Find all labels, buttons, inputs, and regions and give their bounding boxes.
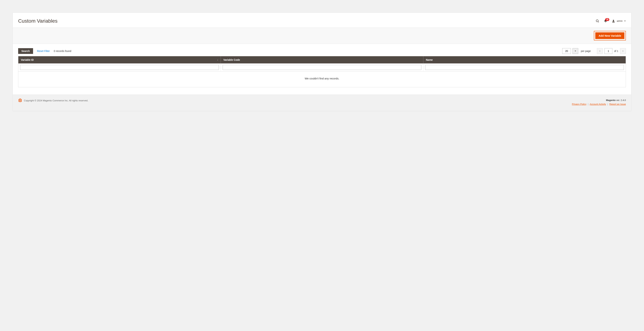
action-bar: Add New Variable xyxy=(13,28,631,44)
per-page-dropdown[interactable] xyxy=(572,48,578,54)
per-page-input[interactable] xyxy=(562,48,571,54)
filter-input-variable-id[interactable] xyxy=(20,65,219,70)
column-header-name[interactable]: Name xyxy=(423,56,626,64)
data-grid: Variable ID ↓ Variable Code Name xyxy=(18,56,626,87)
filter-cell-variable-code xyxy=(221,64,423,71)
grid-header-row: Variable ID ↓ Variable Code Name xyxy=(18,56,626,64)
spacer xyxy=(13,87,631,94)
column-variable-id: Variable ID ↓ xyxy=(18,56,221,64)
column-variable-code: Variable Code xyxy=(221,56,423,64)
per-page-group: per page xyxy=(562,48,591,54)
grid-controls: Search Reset Filter 0 records found per … xyxy=(13,44,631,56)
separator: | xyxy=(607,103,608,106)
page-number-input[interactable] xyxy=(604,48,612,54)
controls-left: Search Reset Filter 0 records found xyxy=(18,48,71,54)
pager-next-button[interactable] xyxy=(620,48,626,54)
chevron-down-icon xyxy=(574,50,576,52)
notification-badge: 39 xyxy=(605,18,609,21)
highlight-box: Add New Variable xyxy=(594,31,626,40)
column-header-variable-code[interactable]: Variable Code xyxy=(221,56,423,64)
pager-prev-button[interactable] xyxy=(597,48,603,54)
user-icon xyxy=(612,19,615,23)
svg-point-2 xyxy=(613,20,614,21)
svg-line-1 xyxy=(598,22,599,22)
add-new-variable-button[interactable]: Add New Variable xyxy=(595,32,624,39)
separator: | xyxy=(588,103,588,106)
user-label: admin xyxy=(617,20,622,22)
filter-input-variable-code[interactable] xyxy=(223,65,421,70)
header-tools: 39 admin xyxy=(596,19,626,23)
footer-links: Privacy Policy | Account Activity | Repo… xyxy=(572,102,626,106)
version-line: Magento ver. 2.4.0 xyxy=(572,98,626,102)
page-wrapper: Custom Variables 39 adm xyxy=(0,0,644,124)
svg-point-0 xyxy=(596,20,598,22)
page-of-label: of 1 xyxy=(614,50,618,52)
column-label: Variable Code xyxy=(223,58,240,61)
grid-filter-row xyxy=(18,64,626,72)
account-activity-link[interactable]: Account Activity xyxy=(590,103,606,106)
chevron-left-icon xyxy=(599,50,601,52)
notifications-button[interactable]: 39 xyxy=(604,19,607,23)
controls-right: per page of 1 xyxy=(562,48,626,54)
version-label: ver. 2.4.0 xyxy=(616,99,626,102)
report-issue-link[interactable]: Report an Issue xyxy=(609,103,626,106)
search-grid-button[interactable]: Search xyxy=(18,48,33,54)
privacy-policy-link[interactable]: Privacy Policy xyxy=(572,103,586,106)
filter-input-name[interactable] xyxy=(425,65,624,70)
pager: of 1 xyxy=(597,48,626,54)
main-panel: Custom Variables 39 adm xyxy=(12,12,632,111)
column-label: Name xyxy=(426,58,433,61)
grid-empty-message: We couldn't find any records. xyxy=(18,72,626,87)
search-button[interactable] xyxy=(596,19,600,23)
column-name: Name xyxy=(423,56,626,64)
user-menu[interactable]: admin xyxy=(612,19,626,23)
search-icon xyxy=(596,19,600,23)
page-header: Custom Variables 39 adm xyxy=(13,13,631,28)
copyright-text: Copyright © 2024 Magento Commerce Inc. A… xyxy=(24,99,88,102)
chevron-down-icon xyxy=(624,20,626,22)
records-found-text: 0 records found xyxy=(54,50,71,52)
filter-cell-name xyxy=(423,64,626,71)
sort-descending-icon: ↓ xyxy=(217,58,218,61)
footer: Copyright © 2024 Magento Commerce Inc. A… xyxy=(13,94,631,111)
column-header-variable-id[interactable]: Variable ID ↓ xyxy=(18,56,221,64)
reset-filter-link[interactable]: Reset Filter xyxy=(37,50,50,52)
magento-logo-icon xyxy=(18,98,22,102)
filter-cell-variable-id xyxy=(18,64,221,71)
per-page-label: per page xyxy=(581,50,591,52)
footer-right: Magento ver. 2.4.0 Privacy Policy | Acco… xyxy=(572,98,626,106)
column-label: Variable ID xyxy=(21,58,34,61)
footer-left: Copyright © 2024 Magento Commerce Inc. A… xyxy=(18,98,88,102)
page-title: Custom Variables xyxy=(18,18,58,24)
chevron-right-icon xyxy=(622,50,624,52)
product-name: Magento xyxy=(606,99,616,102)
